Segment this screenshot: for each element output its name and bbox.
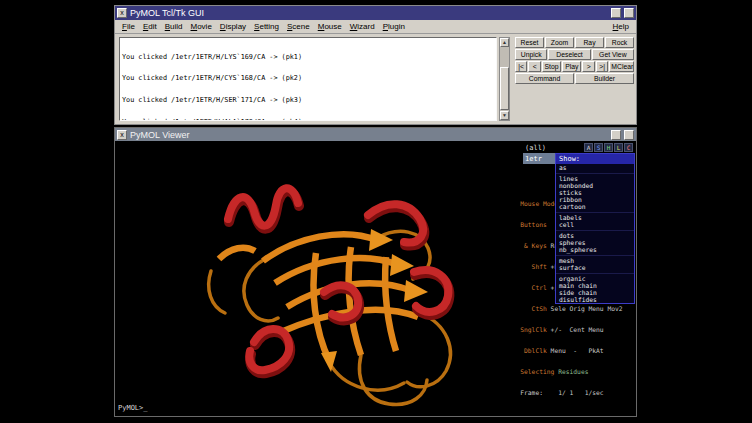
- menu-edit[interactable]: Edit: [139, 22, 161, 31]
- menu-item-disulfides[interactable]: disulfides: [556, 296, 634, 303]
- play-button[interactable]: Play: [562, 61, 581, 72]
- menu-plugin[interactable]: Plugin: [379, 22, 409, 31]
- hide-button[interactable]: H: [604, 143, 613, 152]
- scroll-up-icon[interactable]: ▲: [500, 38, 509, 47]
- menu-item-mesh[interactable]: mesh: [556, 255, 634, 264]
- mouse-row: DblClk Menu - PkAt: [520, 347, 634, 354]
- step-forward-button[interactable]: >: [582, 61, 594, 72]
- maximize-button[interactable]: [624, 8, 634, 18]
- menu-item-nonbonded[interactable]: nonbonded: [556, 182, 634, 189]
- zoom-button[interactable]: Zoom: [545, 37, 574, 48]
- menu-item-ribbon[interactable]: ribbon: [556, 196, 634, 203]
- command-button[interactable]: Command: [515, 73, 574, 84]
- close-icon[interactable]: x: [117, 8, 127, 18]
- scrollbar-thumb[interactable]: [500, 67, 509, 110]
- mouse-row: SnglClk +/- Cent Menu: [520, 326, 634, 333]
- menu-item-spheres[interactable]: spheres: [556, 239, 634, 246]
- console-line: You clicked /1etr/1ETR/H/LYS`169/CA -> (…: [122, 54, 494, 61]
- menu-help[interactable]: Help: [609, 22, 633, 31]
- menu-movie[interactable]: Movie: [187, 22, 216, 31]
- color-button[interactable]: C: [624, 143, 633, 152]
- frame-line: Frame: 1/ 1 1/sec: [520, 389, 634, 396]
- object-row-all[interactable]: (all) A S H L C: [523, 142, 635, 153]
- gui-body: You clicked /1etr/1ETR/H/LYS`169/CA -> (…: [115, 34, 636, 125]
- menu-scene[interactable]: Scene: [283, 22, 314, 31]
- builder-button[interactable]: Builder: [575, 73, 634, 84]
- show-button[interactable]: S: [594, 143, 603, 152]
- scroll-down-icon[interactable]: ▼: [500, 111, 509, 120]
- menu-item-labels[interactable]: labels: [556, 212, 634, 221]
- pymol-gui-window: x PyMOL Tcl/Tk GUI File Edit Build Movie…: [114, 5, 637, 125]
- viewer-window-title: PyMOL Viewer: [130, 130, 190, 140]
- viewport-3d[interactable]: (all) A S H L C 1etr Show: as lines: [115, 141, 636, 416]
- console-line: You clicked /1etr/1ETR/H/CYS`168/CA -> (…: [122, 75, 494, 82]
- pymol-viewer-window: x PyMOL Viewer: [114, 127, 637, 417]
- mclear-button[interactable]: MClear: [609, 61, 634, 72]
- ashlc-buttons: A S H L C: [584, 143, 633, 152]
- mouse-row: CtSh Sele Orig Menu Mov2: [520, 305, 634, 312]
- object-label: 1etr: [525, 155, 542, 163]
- menu-setting[interactable]: Setting: [250, 22, 283, 31]
- console-line: You clicked /1etr/1ETR/H/ALA`170/CA -> (…: [122, 119, 494, 121]
- label-button[interactable]: L: [614, 143, 623, 152]
- gui-window-title: PyMOL Tcl/Tk GUI: [130, 8, 204, 18]
- close-icon[interactable]: x: [117, 130, 127, 140]
- menu-build[interactable]: Build: [161, 22, 187, 31]
- menu-item-dots[interactable]: dots: [556, 230, 634, 239]
- minimize-button[interactable]: [611, 130, 621, 140]
- menu-item-cell[interactable]: cell: [556, 221, 634, 228]
- console-scrollbar[interactable]: ▲ ▼: [499, 37, 510, 121]
- gui-menubar: File Edit Build Movie Display Setting Sc…: [115, 20, 636, 34]
- viewer-titlebar[interactable]: x PyMOL Viewer: [115, 128, 636, 141]
- rock-button[interactable]: Rock: [605, 37, 634, 48]
- minimize-button[interactable]: [611, 8, 621, 18]
- action-button[interactable]: A: [584, 143, 593, 152]
- get-view-button[interactable]: Get View: [592, 49, 634, 60]
- show-menu: Show: as lines nonbonded sticks ribbon c…: [555, 153, 635, 304]
- menu-item-cartoon[interactable]: cartoon: [556, 203, 634, 210]
- step-back-button[interactable]: <: [528, 61, 540, 72]
- unpick-button[interactable]: Unpick: [515, 49, 547, 60]
- menu-item-main-chain[interactable]: main chain: [556, 282, 634, 289]
- menu-item-as[interactable]: as: [556, 164, 634, 171]
- menu-item-organic[interactable]: organic: [556, 273, 634, 282]
- menu-file[interactable]: File: [118, 22, 139, 31]
- fast-forward-button[interactable]: >|: [596, 61, 608, 72]
- rewind-button[interactable]: |<: [515, 61, 527, 72]
- ray-button[interactable]: Ray: [575, 37, 604, 48]
- menu-item-surface[interactable]: surface: [556, 264, 634, 271]
- reset-button[interactable]: Reset: [515, 37, 544, 48]
- selecting-line: Selecting Residues: [520, 368, 634, 375]
- console-line: You clicked /1etr/1ETR/H/SER`171/CA -> (…: [122, 97, 494, 104]
- menu-display[interactable]: Display: [216, 22, 250, 31]
- control-button-panel: Reset Zoom Ray Rock Unpick Deselect Get …: [515, 37, 634, 85]
- beta-sheets: [219, 234, 418, 360]
- show-menu-header: Show:: [556, 154, 634, 164]
- maximize-button[interactable]: [624, 130, 634, 140]
- deselect-button[interactable]: Deselect: [548, 49, 590, 60]
- desktop: x PyMOL Tcl/Tk GUI File Edit Build Movie…: [0, 0, 752, 423]
- stop-button[interactable]: Stop: [542, 61, 561, 72]
- console-output[interactable]: You clicked /1etr/1ETR/H/LYS`169/CA -> (…: [119, 37, 497, 121]
- gui-titlebar[interactable]: x PyMOL Tcl/Tk GUI: [115, 6, 636, 20]
- menu-item-nb-spheres[interactable]: nb_spheres: [556, 246, 634, 253]
- command-prompt[interactable]: PyMOL>_: [118, 404, 148, 412]
- menu-item-side-chain[interactable]: side chain: [556, 289, 634, 296]
- menu-item-lines[interactable]: lines: [556, 173, 634, 182]
- menu-mouse[interactable]: Mouse: [314, 22, 346, 31]
- object-label: (all): [525, 144, 546, 152]
- menu-item-sticks[interactable]: sticks: [556, 189, 634, 196]
- menu-wizard[interactable]: Wizard: [346, 22, 379, 31]
